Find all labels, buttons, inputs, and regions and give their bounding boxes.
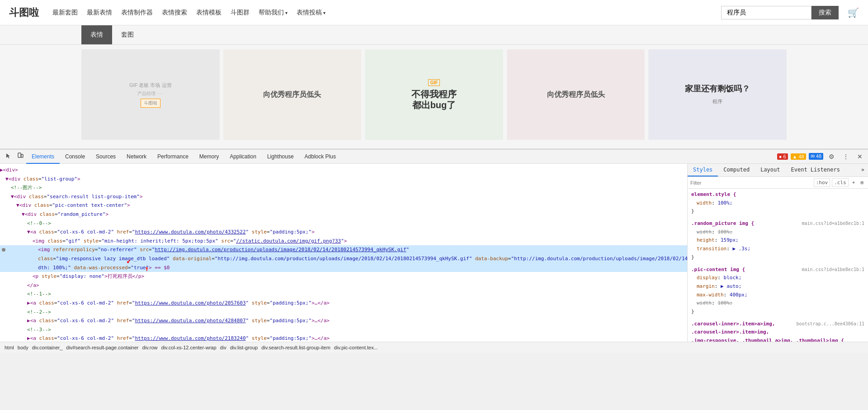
devtools-tab-memory[interactable]: Memory (194, 149, 224, 164)
devtools-tab-sources[interactable]: Sources (90, 149, 121, 164)
dom-line: <!--2--> (0, 308, 687, 317)
dom-line: ▼<a class="col-xs-6 col-md-2" href="http… (0, 228, 687, 237)
site-logo[interactable]: 斗图啦 (9, 6, 39, 19)
dom-line: ▼<div class="search-result list-group-it… (0, 192, 687, 201)
styles-tab-computed[interactable]: Computed (718, 164, 755, 176)
dom-line: <!--3--> (0, 325, 687, 334)
banner-images: GIF 老板 市场 运营 产品经理 · · · 斗图啦 向优秀程序员低头 GIF… (81, 49, 787, 140)
dom-line: <!--1--> (0, 290, 687, 299)
cart-icon[interactable]: 🛒 (848, 7, 859, 18)
devtools-body: ▶<div> ▼<div class="list-group"> <!--图片-… (0, 164, 868, 342)
dom-line: ▶<a class="col-xs-6 col-md-2" href="http… (0, 299, 687, 308)
svg-rect-1 (21, 154, 23, 157)
styles-tab-layout[interactable]: Layout (755, 164, 785, 176)
nav-link-3[interactable]: 表情制作器 (121, 9, 153, 17)
styles-content: element.style { width: 100%; } .random_p… (688, 189, 868, 342)
nav-link-1[interactable]: 最新套图 (52, 9, 78, 17)
css-rule-random-picture: .random_picture img { main.css?id=a1be8e… (691, 219, 864, 262)
tab-bar: 表情 套图 (0, 25, 868, 45)
devtools-panel: Elements Console Sources Network Perform… (0, 149, 868, 353)
styles-panel: Styles Computed Layout Event Listeners »… (687, 164, 868, 342)
styles-panel-tabs: Styles Computed Layout Event Listeners » (688, 164, 868, 177)
css-rule-pic-content: .pic-content img { main.css?id=a1be8ec1b… (691, 266, 864, 316)
styles-filter-input[interactable] (690, 180, 812, 186)
breadcrumb-search-result-page[interactable]: div#search-result-page.container (65, 345, 139, 350)
messages-badge: ✉ 48 (809, 153, 823, 160)
breadcrumb-html[interactable]: html (4, 345, 15, 350)
nav-link-4[interactable]: 表情搜索 (162, 9, 187, 17)
new-style-icon[interactable]: ⊞ (859, 179, 865, 186)
dom-line: <!--0--> (0, 219, 687, 228)
cursor-icon-btn[interactable] (3, 151, 14, 162)
breadcrumb-search-result-item[interactable]: div.search-result.list-group-item (260, 345, 331, 350)
css-rule-carousel: .carousel-inner>.item>a>img, bootstrap.c… (691, 320, 864, 342)
breadcrumb-body[interactable]: body (17, 345, 29, 350)
nav-links: 最新套图 最新表情 表情制作器 表情搜索 表情模板 斗图群 帮助我们 表情投稿 (52, 9, 721, 17)
devtools-tab-application[interactable]: Application (224, 149, 262, 164)
breadcrumb-row[interactable]: div.row (142, 345, 159, 350)
breadcrumb-list-group[interactable]: div.list-group (229, 345, 259, 350)
devtools-tabs: Elements Console Sources Network Perform… (26, 149, 777, 164)
nav-link-2[interactable]: 最新表情 (87, 9, 112, 17)
banner-img-2[interactable]: 向优秀程序员低头 (223, 49, 362, 140)
dom-line-highlighted-3: dth: 100%;" data-was-processed="true"> =… (0, 263, 687, 272)
breadcrumb-container[interactable]: div.container_ (31, 345, 64, 350)
dom-line: ▼<div class="list-group"> (0, 175, 687, 184)
dom-line: ▶<div> (0, 166, 687, 175)
banner-img-3[interactable]: GIF 不得我程序 都出bug了 (365, 49, 503, 140)
filter-pseudo-hov[interactable]: :hov (814, 178, 830, 187)
banner-img-5[interactable]: 家里还有剩饭吗？ 程序 (648, 49, 787, 140)
search-area: 搜索 (721, 6, 839, 19)
svg-rect-0 (18, 153, 21, 157)
banner-img-1[interactable]: GIF 老板 市场 运营 产品经理 · · · 斗图啦 (81, 49, 220, 140)
devtools-tab-console[interactable]: Console (60, 149, 90, 164)
nav-link-6[interactable]: 斗图群 (231, 9, 250, 17)
dom-line: <p style="display: none">打死程序员</p> ↑ ↙ (0, 272, 687, 281)
main-content: GIF 老板 市场 运营 产品经理 · · · 斗图啦 向优秀程序员低头 GIF… (0, 45, 868, 149)
more-icon-btn[interactable]: ⋮ (840, 151, 852, 162)
breadcrumb-div[interactable]: div (219, 345, 227, 350)
tab-taotu[interactable]: 套图 (112, 25, 143, 44)
device-icon-btn[interactable] (14, 151, 26, 162)
devtools-tab-performance[interactable]: Performance (152, 149, 194, 164)
devtools-tab-lighthouse[interactable]: Lighthouse (262, 149, 299, 164)
error-badge: ● 6 (777, 153, 788, 160)
styles-tabs-more[interactable]: » (856, 164, 868, 176)
styles-filter: :hov .cls + ⊞ (688, 177, 868, 189)
devtools-breadcrumb: html body div.container_ div#search-resu… (0, 342, 868, 353)
breadcrumb-col[interactable]: div.col-xs-12.center-wrap (160, 345, 217, 350)
tab-biaoqing[interactable]: 表情 (81, 25, 112, 44)
css-rule-element-style: element.style { width: 100%; } (691, 191, 864, 216)
search-button[interactable]: 搜索 (811, 6, 839, 19)
filter-pseudo-cls[interactable]: .cls (832, 178, 849, 187)
nav-link-7[interactable]: 帮助我们 (259, 9, 288, 17)
dom-line: </a> (0, 281, 687, 290)
dom-line: <img class="gif" style="min-height: inhe… (0, 237, 687, 246)
nav-link-8[interactable]: 表情投稿 (297, 9, 326, 17)
dom-line: ▶<a class="col-xs-6 col-md-2" href="http… (0, 334, 687, 342)
devtools-toolbar: Elements Console Sources Network Perform… (0, 149, 868, 164)
dom-line: ▶<a class="col-xs-6 col-md-2" href="http… (0, 316, 687, 325)
top-nav: 斗图啦 最新套图 最新表情 表情制作器 表情搜索 表情模板 斗图群 帮助我们 表… (0, 0, 868, 25)
add-style-icon[interactable]: + (850, 179, 857, 186)
breadcrumb-pic-content[interactable]: div.pic-content.tex... (333, 345, 379, 350)
search-input[interactable] (721, 6, 811, 19)
dom-line: ▼<div class="pic-content text-center"> (0, 201, 687, 210)
dom-line-highlighted-2: class="img-responsive lazy image_dtb loa… (0, 254, 687, 263)
dom-panel[interactable]: ▶<div> ▼<div class="list-group"> <!--图片-… (0, 164, 687, 342)
dom-line: ▼<div class="random_picture"> (0, 210, 687, 219)
styles-tab-styles[interactable]: Styles (688, 164, 718, 176)
devtools-tab-adblock[interactable]: Adblock Plus (299, 149, 341, 164)
banner-img-4[interactable]: 向优秀程序员低头 (507, 49, 645, 140)
devtools-tab-network[interactable]: Network (121, 149, 152, 164)
devtools-tab-elements[interactable]: Elements (26, 149, 60, 164)
warning-badge: ▲ 48 (791, 153, 806, 160)
devtools-right-icons: ● 6 ▲ 48 ✉ 48 ⚙ ⋮ ✕ (777, 151, 865, 162)
styles-tab-event-listeners[interactable]: Event Listeners (786, 164, 845, 176)
nav-link-5[interactable]: 表情模板 (196, 9, 222, 17)
dom-line-highlighted: <img referrerpolicy="no-referrer" src="h… (0, 245, 687, 254)
close-devtools-btn[interactable]: ✕ (854, 151, 865, 162)
dom-line: <!--图片--> (0, 183, 687, 192)
settings-icon-btn[interactable]: ⚙ (826, 151, 837, 162)
